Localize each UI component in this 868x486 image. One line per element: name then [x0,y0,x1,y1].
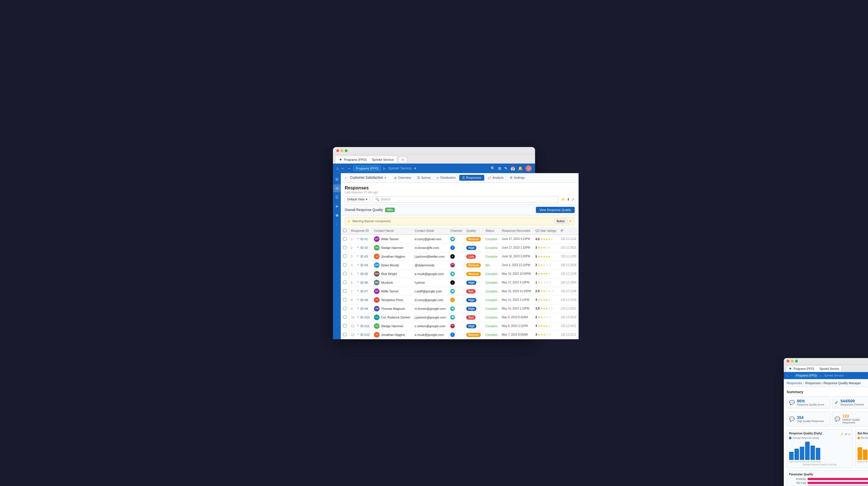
search-icon[interactable]: 🔍 [490,166,495,171]
add-tab-icon[interactable]: + [414,166,416,171]
main-tab[interactable]: ✦ Programs (FPO) · Sprinklr Service [335,156,397,163]
row-checkbox-2[interactable] [343,255,346,258]
row-checkbox-5[interactable] [343,281,346,284]
download-icon[interactable]: ⬇ [567,197,570,201]
popup-dot-red[interactable] [786,360,789,362]
popup-service-name: Sprinklr Service [824,374,844,377]
tab-responses[interactable]: ☰ Responses [459,175,484,181]
row-num-3: 4 [351,263,355,267]
row-num-6: 7 [351,290,355,293]
row-checkbox-6[interactable] [343,289,346,293]
row-id-1[interactable]: ID #2 [361,246,368,250]
tab-distribution[interactable]: ▷ Distribution [434,175,458,181]
row-id-10[interactable]: ID #11 [361,324,369,328]
bar-0 [789,452,794,460]
quality-pill-7: High [466,298,476,302]
view-select[interactable]: Default View ▾ [345,196,370,202]
row-num-2: 3 [351,255,355,258]
popup-back-icon[interactable]: ← [790,374,793,377]
calendar-icon[interactable]: 📅 [510,166,515,171]
search-box[interactable]: 🔍 Search [372,196,558,203]
popup-dot-yellow[interactable] [791,360,794,362]
row-num-7: 8 [351,298,355,302]
row-id-6[interactable]: ID #7 [361,290,368,293]
close-icon[interactable]: ✕ [569,220,571,223]
row-checkbox-11[interactable] [343,333,346,336]
quality-badge: 98% [385,208,395,212]
row-checkbox-3[interactable] [343,263,346,266]
chart1-expand-icon[interactable]: ⤢ [848,433,850,436]
contact-cell-5: MU Murdock [374,280,410,285]
status-cell-4: Complete [483,269,500,278]
row-checkbox-1[interactable] [343,246,346,249]
row-id-8[interactable]: ID #9 [361,307,368,310]
breadcrumb-pill[interactable]: Programs (FPO) [353,166,381,171]
sidebar-item-list[interactable]: ☰ [333,193,341,201]
tab-analyze[interactable]: 📈 Analyze [485,175,506,181]
home-icon[interactable]: ⌂ [336,166,339,171]
tab-survey[interactable]: ☰ Survey [414,175,433,181]
row-checkbox-7[interactable] [343,298,346,301]
ip-cell-6: 192.12.1208 [558,287,579,295]
back-icon[interactable]: ← [341,166,345,171]
user-avatar[interactable]: U [526,165,532,171]
high-icon: 💬 [789,416,795,422]
edit-icon[interactable]: ✎ [504,166,507,171]
row-pin-icon: ⚑ [356,315,359,319]
tab-settings[interactable]: ⚙ Settings [507,175,528,181]
row-checkbox-0[interactable] [343,237,346,240]
select-all-checkbox[interactable] [343,229,346,232]
view-quality-button[interactable]: View Response Quality [536,207,575,213]
row-id-7[interactable]: ID #8 [361,298,368,302]
forward-icon[interactable]: → [347,166,351,171]
dot-green[interactable] [345,149,347,152]
grid-icon[interactable]: ⊞ [498,166,501,171]
dot-red[interactable] [336,149,339,152]
ip-cell-11: 192.12.2211 [558,330,579,339]
row-pin-icon: ⚑ [356,246,359,250]
row-id-9[interactable]: ID #10 [361,316,369,319]
table-row: 9 ⚑ ID #9 TM Thomas Magnum m.brown@googl… [341,304,579,313]
popup-tab[interactable]: ✦ Programs (FPO) · Sprinklr Service [786,365,842,372]
filter-icon[interactable]: ⚡ [561,197,565,201]
stars-cell-9: 2★★★★★ [533,313,558,322]
channel-cell-3: 📷 [448,261,464,269]
sidebar-item-diamond[interactable]: ◈ [333,202,341,210]
sidebar-item-upload[interactable]: ↑ [333,220,341,228]
chart1-filter-icon[interactable]: ⚡ [840,433,844,436]
row-id-11[interactable]: ID #12 [361,333,369,336]
row-checkbox-8[interactable] [343,307,346,310]
row-id-0[interactable]: ID #1 [361,237,368,241]
quality-banner: Overall Response Quality 98% View Respon… [341,204,579,216]
row-checkbox-10[interactable] [343,324,346,327]
sidebar: ⊞ ◎ ☰ ◈ ◉ ↑ [333,173,341,339]
chart2-legend-dot [858,437,860,439]
row-id-2[interactable]: ID #3 [361,255,368,258]
status-cell-6: Complete [483,287,500,295]
row-checkbox-9[interactable] [343,315,346,319]
dot-yellow[interactable] [341,149,343,152]
row-id-5[interactable]: ID #6 [361,281,368,284]
warning-button[interactable]: Button [554,219,567,224]
row-id-3[interactable]: ID #4 [361,263,368,267]
channel-cell-9: 💬 [448,313,464,322]
row-checkbox-4[interactable] [343,272,346,275]
sidebar-item-grid[interactable]: ⊞ [333,175,341,183]
back-button[interactable]: ← [344,176,348,180]
popup-dot-green[interactable] [795,360,798,362]
contact-cell-10: SH Sledge Hammer [374,323,410,329]
row-id-4[interactable]: ID #5 [361,272,368,276]
row-num-0: 1 [351,237,355,241]
tab-overview[interactable]: ◎ Overview [391,175,414,181]
sidebar-item-active[interactable]: ◎ [333,184,341,192]
bell-icon[interactable]: 🔔 [518,166,523,171]
quality-pill-1: High [466,246,476,250]
summary-cards-row2: 💬 354 High Quality Responses 💬 123 Mediu… [786,411,868,426]
expand-icon[interactable]: ⤢ [571,197,575,201]
chart-date: 20/24 [789,461,794,463]
chart1-reset-icon[interactable]: ↺ [845,433,847,436]
stars-cell-4: 4★★★★★ [533,269,558,278]
tab-plus[interactable]: + [398,156,407,163]
contact-detail-3: @dylanmoody [412,261,448,269]
sidebar-item-circle[interactable]: ◉ [333,211,341,219]
